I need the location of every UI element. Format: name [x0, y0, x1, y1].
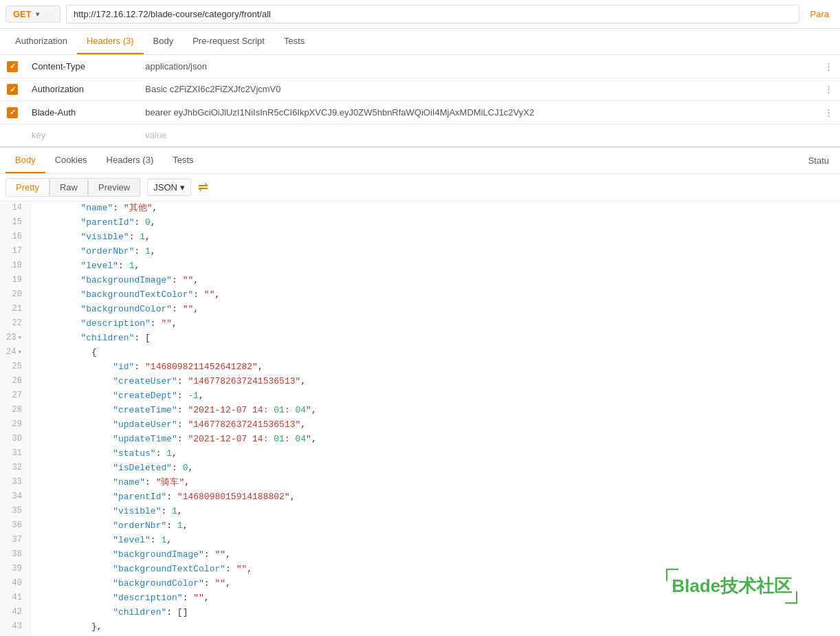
tab-body[interactable]: Body: [144, 29, 184, 54]
header-key-placeholder: key: [32, 130, 45, 140]
json-line: 25 "id": "1468098211452641282",: [0, 360, 840, 375]
line-number: 37: [0, 534, 31, 548]
json-line: 28 "createTime": "2021-12-07 14: 01: 04"…: [0, 404, 840, 418]
json-output-area[interactable]: 14 "name": "其他",15 "parentId": 0,16 "vis…: [0, 201, 840, 637]
line-content: },: [31, 620, 102, 635]
line-number: 39: [0, 562, 31, 577]
url-input[interactable]: [66, 5, 799, 23]
json-line: 43 },: [0, 620, 840, 635]
header-checkbox-2[interactable]: [7, 107, 18, 118]
tab-resp-headers[interactable]: Headers (3): [97, 148, 164, 173]
line-number: 30: [0, 432, 31, 447]
line-content: "backgroundTextColor": "",: [31, 562, 252, 577]
line-content: "orderNbr": 1,: [31, 245, 156, 259]
tab-authorization[interactable]: Authorization: [5, 29, 77, 54]
line-number: 32: [0, 461, 31, 476]
headers-table: Content-Type application/json ⋮ Authoriz…: [0, 55, 840, 146]
line-number: 34: [0, 490, 31, 505]
line-content: "name": "其他",: [31, 201, 157, 216]
header-value-1[interactable]: Basic c2FiZXI6c2FiZXJfc2VjcmV0: [138, 78, 817, 101]
json-line: 39 "backgroundTextColor": "",: [0, 562, 840, 577]
line-content: "createDept": -1,: [31, 389, 204, 404]
header-key-0[interactable]: Content-Type: [25, 55, 138, 78]
line-number: 38: [0, 548, 31, 562]
header-value-0[interactable]: application/json: [138, 55, 817, 78]
header-row-authorization: Authorization Basic c2FiZXI6c2FiZXJfc2Vj…: [0, 78, 840, 101]
header-checkbox-0[interactable]: [7, 61, 18, 72]
line-number: 41: [0, 591, 31, 606]
wrap-icon[interactable]: ⇌: [198, 179, 208, 195]
tab-tests[interactable]: Tests: [274, 29, 314, 54]
line-content: "orderNbr": 1,: [31, 519, 188, 534]
line-content: "children": []: [31, 606, 188, 620]
json-line: 35 "visible": 1,: [0, 505, 840, 519]
line-number: 35: [0, 505, 31, 519]
header-menu-1[interactable]: ⋮: [817, 78, 840, 101]
line-number: 17: [0, 245, 31, 259]
tab-pre-request-script[interactable]: Pre-request Script: [183, 29, 274, 54]
header-row-content-type: Content-Type application/json ⋮: [0, 55, 840, 78]
collapse-icon[interactable]: ▾: [17, 333, 22, 342]
view-tabs: Pretty Raw Preview JSON ▾ ⇌: [0, 174, 840, 201]
top-bar: GET ▾ Para: [0, 0, 840, 29]
line-number: 15: [0, 216, 31, 230]
line-content: "level": 1,: [31, 259, 140, 274]
line-content: "id": "1468098211452641282",: [31, 360, 263, 375]
params-button[interactable]: Para: [805, 6, 835, 22]
tab-resp-body[interactable]: Body: [5, 148, 45, 173]
json-line: 42 "children": []: [0, 606, 840, 620]
format-select[interactable]: JSON ▾: [147, 179, 191, 196]
line-number: 33: [0, 476, 31, 490]
tab-headers[interactable]: Headers (3): [77, 29, 144, 54]
request-tabs: Authorization Headers (3) Body Pre-reque…: [0, 29, 840, 55]
tab-resp-tests[interactable]: Tests: [163, 148, 203, 173]
header-checkbox-1[interactable]: [7, 84, 18, 95]
json-line: 26 "createUser": "1467782637241536513",: [0, 375, 840, 389]
header-menu-0[interactable]: ⋮: [817, 55, 840, 78]
line-content: "backgroundColor": "",: [31, 577, 231, 591]
response-bar: Body Cookies Headers (3) Tests Statu: [0, 146, 840, 174]
line-number: 14: [0, 201, 31, 216]
line-content: "name": "骑车",: [31, 476, 190, 490]
json-line: 17 "orderNbr": 1,: [0, 245, 840, 259]
json-line: 19 "backgroundImage": "",: [0, 274, 840, 288]
tab-resp-cookies[interactable]: Cookies: [45, 148, 97, 173]
line-number: 21: [0, 303, 31, 317]
line-number: 27: [0, 389, 31, 404]
line-number: 20: [0, 288, 31, 303]
line-content: "children": [: [31, 331, 151, 346]
method-selector[interactable]: GET ▾: [5, 6, 60, 23]
format-label: JSON: [153, 182, 177, 193]
json-line: 33 "name": "骑车",: [0, 476, 840, 490]
line-content: "status": 1,: [31, 447, 177, 461]
line-content: "visible": 1,: [31, 505, 183, 519]
json-line: 18 "level": 1,: [0, 259, 840, 274]
line-number: 28: [0, 404, 31, 418]
header-value-2[interactable]: bearer eyJhbGciOiJlUzI1NiIsInR5cCI6IkpXV…: [138, 101, 817, 124]
json-line: 16 "visible": 1,: [0, 230, 840, 245]
line-content: "parentId": "1468098015914188802",: [31, 490, 295, 505]
method-label: GET: [13, 9, 32, 19]
tab-preview[interactable]: Preview: [88, 178, 140, 197]
line-content: "backgroundTextColor": "",: [31, 288, 220, 303]
line-content: "createTime": "2021-12-07 14: 01: 04",: [31, 404, 317, 418]
header-key-2[interactable]: Blade-Auth: [25, 101, 138, 124]
collapse-icon[interactable]: ▾: [17, 348, 22, 356]
tab-pretty[interactable]: Pretty: [5, 178, 49, 197]
line-content: "createUser": "1467782637241536513",: [31, 375, 306, 389]
header-key-1[interactable]: Authorization: [25, 78, 138, 101]
line-number: 31: [0, 447, 31, 461]
line-number: 23▾: [0, 331, 31, 346]
line-number: 40: [0, 577, 31, 591]
header-value-placeholder: value: [145, 130, 166, 140]
json-line: 38 "backgroundImage": "",: [0, 548, 840, 562]
tab-raw[interactable]: Raw: [49, 178, 88, 197]
line-content: "level": 1,: [31, 534, 172, 548]
line-content: "updateTime": "2021-12-07 14: 01: 04",: [31, 432, 317, 447]
json-line: 21 "backgroundColor": "",: [0, 303, 840, 317]
header-menu-2[interactable]: ⋮: [817, 101, 840, 124]
line-number: 29: [0, 418, 31, 432]
line-content: "description": "",: [31, 317, 177, 331]
line-number: 18: [0, 259, 31, 274]
line-content: "visible": 1,: [31, 230, 151, 245]
